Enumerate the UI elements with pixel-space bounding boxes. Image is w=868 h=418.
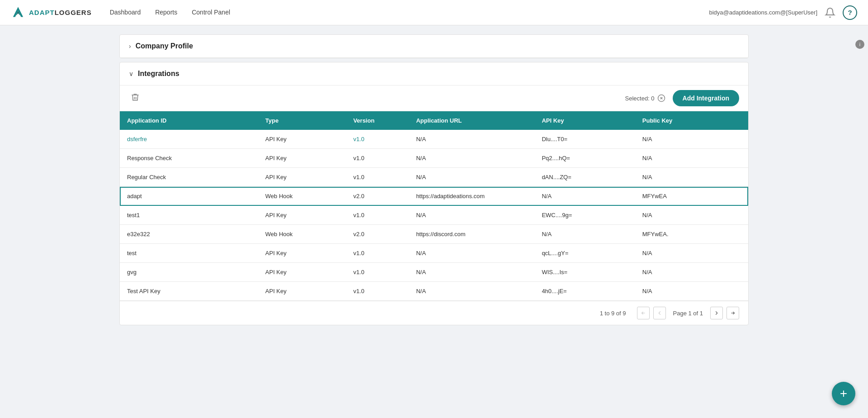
cell-api-key: EWC....9g= <box>534 206 635 225</box>
cell-version: v1.0 <box>346 149 409 168</box>
delete-button[interactable] <box>129 91 142 106</box>
cell-api-key: WIS....Is= <box>534 263 635 282</box>
col-header-version: Version <box>346 111 409 130</box>
cell-version: v1.0 <box>346 282 409 301</box>
table-row[interactable]: e32e322Web Hookv2.0https://discord.comN/… <box>120 225 748 244</box>
cell-app-id: e32e322 <box>120 225 258 244</box>
table-header: Application ID Type Version Application … <box>120 111 748 130</box>
table-row[interactable]: Regular CheckAPI Keyv1.0N/AdAN....ZQ=N/A <box>120 168 748 187</box>
cell-app-url: N/A <box>409 282 534 301</box>
cell-type: API Key <box>258 130 346 149</box>
cell-api-key: dAN....ZQ= <box>534 168 635 187</box>
cell-app-url: N/A <box>409 168 534 187</box>
nav-dashboard[interactable]: Dashboard <box>110 0 141 25</box>
company-profile-header[interactable]: › Company Profile <box>120 35 748 58</box>
cell-type: API Key <box>258 168 346 187</box>
cell-app-id: gvg <box>120 263 258 282</box>
col-header-url: Application URL <box>409 111 534 130</box>
chevron-down-icon: ∨ <box>129 70 133 77</box>
cell-version: v2.0 <box>346 187 409 206</box>
col-header-type: Type <box>258 111 346 130</box>
cell-public-key: N/A <box>635 244 748 263</box>
col-header-public-key: Public Key <box>635 111 748 130</box>
cell-version: v1.0 <box>346 263 409 282</box>
cell-version: v1.0 <box>346 206 409 225</box>
cell-api-key: N/A <box>534 187 635 206</box>
cell-api-key: 4h0....jE= <box>534 282 635 301</box>
table-body: dsferfreAPI Keyv1.0N/ADlu....T0=N/ARespo… <box>120 130 748 301</box>
company-profile-card: › Company Profile <box>119 34 749 58</box>
cell-app-id: test1 <box>120 206 258 225</box>
cell-version: v1.0 <box>346 168 409 187</box>
cell-api-key: Pq2....hQ= <box>534 149 635 168</box>
integrations-header[interactable]: ∨ Integrations <box>120 62 748 86</box>
chevron-right-icon: › <box>129 43 131 50</box>
integrations-section: ∨ Integrations Selected: 0 <box>119 62 749 325</box>
cell-public-key: N/A <box>635 149 748 168</box>
col-header-api-key: API Key <box>534 111 635 130</box>
integrations-title: Integrations <box>138 70 179 78</box>
cell-public-key: N/A <box>635 168 748 187</box>
logo-text: ADAPTLOGGERS <box>29 9 92 16</box>
pagination-range: 1 to 9 of 9 <box>600 310 626 317</box>
clear-selected-button[interactable] <box>657 94 665 102</box>
info-icon[interactable]: i <box>855 40 864 49</box>
logo-icon <box>11 5 25 20</box>
cell-app-url: N/A <box>409 130 534 149</box>
table-row[interactable]: dsferfreAPI Keyv1.0N/ADlu....T0=N/A <box>120 130 748 149</box>
cell-version: v1.0 <box>346 130 409 149</box>
table-row[interactable]: gvgAPI Keyv1.0N/AWIS....Is=N/A <box>120 263 748 282</box>
cell-type: API Key <box>258 282 346 301</box>
cell-type: API Key <box>258 149 346 168</box>
help-button[interactable]: ? <box>843 5 857 20</box>
last-page-button[interactable] <box>726 307 739 319</box>
main-content: › Company Profile ∨ Integrations Selecte… <box>108 25 760 334</box>
cell-type: API Key <box>258 206 346 225</box>
bell-icon[interactable] <box>825 7 835 18</box>
app-id-link[interactable]: dsferfre <box>127 136 147 142</box>
table-row[interactable]: testAPI Keyv1.0N/AqcL....gY=N/A <box>120 244 748 263</box>
cell-type: API Key <box>258 263 346 282</box>
cell-app-id: Response Check <box>120 149 258 168</box>
table-row[interactable]: Test API KeyAPI Keyv1.0N/A4h0....jE=N/A <box>120 282 748 301</box>
nav-control-panel[interactable]: Control Panel <box>192 0 230 25</box>
cell-app-url: https://adaptideations.com <box>409 187 534 206</box>
cell-api-key: N/A <box>534 225 635 244</box>
table-row[interactable]: Response CheckAPI Keyv1.0N/APq2....hQ=N/… <box>120 149 748 168</box>
cell-type: Web Hook <box>258 225 346 244</box>
cell-version: v1.0 <box>346 244 409 263</box>
prev-page-button[interactable] <box>653 307 666 319</box>
cell-version: v2.0 <box>346 225 409 244</box>
selected-count: Selected: 0 <box>625 94 665 102</box>
page-label: Page 1 of 1 <box>670 310 707 317</box>
pagination-bar: 1 to 9 of 9 Page 1 of 1 <box>120 301 748 325</box>
cell-app-url: https://discord.com <box>409 225 534 244</box>
cell-api-key: qcL....gY= <box>534 244 635 263</box>
cell-app-url: N/A <box>409 206 534 225</box>
next-page-button[interactable] <box>710 307 723 319</box>
cell-public-key: N/A <box>635 206 748 225</box>
navbar: ADAPTLOGGERS Dashboard Reports Control P… <box>0 0 868 25</box>
cell-type: API Key <box>258 244 346 263</box>
cell-app-url: N/A <box>409 149 534 168</box>
nav-reports[interactable]: Reports <box>155 0 177 25</box>
company-profile-title: Company Profile <box>136 42 193 50</box>
table-row[interactable]: test1API Keyv1.0N/AEWC....9g=N/A <box>120 206 748 225</box>
integrations-table-wrapper: Application ID Type Version Application … <box>120 111 748 301</box>
col-header-app-id: Application ID <box>120 111 258 130</box>
table-row[interactable]: adaptWeb Hookv2.0https://adaptideations.… <box>120 187 748 206</box>
logo: ADAPTLOGGERS <box>11 5 92 20</box>
cell-app-id: Regular Check <box>120 168 258 187</box>
first-page-button[interactable] <box>637 307 650 319</box>
add-integration-button[interactable]: Add Integration <box>673 90 739 106</box>
main-nav: Dashboard Reports Control Panel <box>110 0 709 25</box>
cell-public-key: N/A <box>635 282 748 301</box>
integrations-table: Application ID Type Version Application … <box>120 111 748 301</box>
cell-app-id: test <box>120 244 258 263</box>
table-toolbar: Selected: 0 Add Integration <box>120 86 748 111</box>
cell-app-url: N/A <box>409 263 534 282</box>
cell-public-key: MFYwEA. <box>635 225 748 244</box>
cell-public-key: N/A <box>635 130 748 149</box>
cell-app-url: N/A <box>409 244 534 263</box>
navbar-right: bidya@adaptideations.com@[SuperUser] ? <box>709 5 857 20</box>
